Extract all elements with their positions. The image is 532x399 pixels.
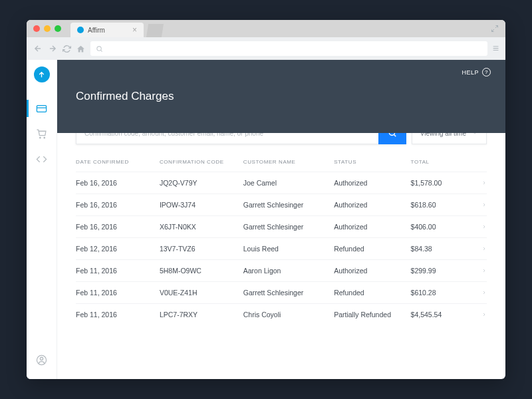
cell-name: Louis Reed xyxy=(243,245,334,253)
cell-code: IPOW-3J74 xyxy=(160,201,243,209)
sidebar-item-cart[interactable] xyxy=(27,122,57,145)
search-input[interactable] xyxy=(76,133,378,144)
chevron-right-icon xyxy=(481,224,487,229)
table-row[interactable]: Feb 16, 2016JQ2Q-V79YJoe CamelAuthorized… xyxy=(76,172,487,194)
cell-name: Chris Coyoli xyxy=(243,311,334,319)
back-icon[interactable] xyxy=(33,44,43,53)
cell-total: $610.28 xyxy=(411,289,473,297)
cart-icon xyxy=(36,128,47,140)
page-title: Confirmed Charges xyxy=(76,90,174,103)
chevron-right-icon xyxy=(481,202,487,207)
cell-date: Feb 12, 2016 xyxy=(76,245,160,253)
col-total: TOTAL xyxy=(411,159,473,165)
expand-icon[interactable] xyxy=(491,25,499,33)
tabstrip: Affirm × xyxy=(70,20,164,37)
cell-name: Garrett Schlesinger xyxy=(243,289,334,297)
cell-code: V0UE-Z41H xyxy=(160,289,243,297)
app-logo[interactable] xyxy=(34,66,50,82)
chevron-right-icon xyxy=(481,290,487,295)
credit-card-icon xyxy=(36,103,47,114)
chevron-right-icon xyxy=(481,268,487,273)
cell-total: $84.38 xyxy=(411,245,473,253)
svg-point-2 xyxy=(40,137,41,138)
cell-total: $406.00 xyxy=(411,223,473,231)
cell-total: $618.60 xyxy=(411,201,473,209)
cell-code: JQ2Q-V79Y xyxy=(160,179,243,187)
user-icon xyxy=(36,354,47,366)
cell-status: Partially Refunded xyxy=(334,311,410,319)
close-tab-icon[interactable]: × xyxy=(132,25,137,35)
table-row[interactable]: Feb 11, 20165H8M-O9WCAaron LigonAuthoriz… xyxy=(76,259,487,281)
table-row[interactable]: Feb 16, 2016X6JT-N0KXGarrett Schlesinger… xyxy=(76,215,487,237)
search-icon xyxy=(388,133,397,138)
cell-status: Authorized xyxy=(334,201,410,209)
cell-code: X6JT-N0KX xyxy=(160,223,243,231)
address-bar[interactable] xyxy=(90,41,487,56)
cell-date: Feb 11, 2016 xyxy=(76,267,160,275)
browser-window: Affirm × ≡ xyxy=(27,20,505,379)
cell-status: Authorized xyxy=(334,267,410,275)
col-date: DATE CONFIRMED xyxy=(76,159,160,165)
content: Viewing all time DATE CONFIRMED CONFIRMA… xyxy=(57,133,505,379)
table-header: DATE CONFIRMED CONFIRMATION CODE CUSTOME… xyxy=(76,159,487,172)
chevron-right-icon xyxy=(481,246,487,251)
table-row[interactable]: Feb 11, 2016LPC7-7RXYChris CoyoliPartial… xyxy=(76,303,487,325)
charges-table: DATE CONFIRMED CONFIRMATION CODE CUSTOME… xyxy=(76,159,487,325)
cell-date: Feb 11, 2016 xyxy=(76,311,160,319)
help-label: HELP xyxy=(462,69,479,76)
col-code: CONFIRMATION CODE xyxy=(160,159,243,165)
help-link[interactable]: HELP ? xyxy=(462,68,491,76)
sidebar-item-account[interactable] xyxy=(27,348,57,371)
tab-title: Affirm xyxy=(88,27,105,34)
cell-status: Authorized xyxy=(334,223,410,231)
cell-date: Feb 11, 2016 xyxy=(76,289,160,297)
svg-point-5 xyxy=(40,357,43,360)
time-filter[interactable]: Viewing all time xyxy=(412,133,487,144)
table-row[interactable]: Feb 16, 2016IPOW-3J74Garrett Schlesinger… xyxy=(76,194,487,215)
chevron-down-icon xyxy=(471,133,478,136)
cell-total: $1,578.00 xyxy=(411,179,473,187)
sidebar-item-code[interactable] xyxy=(27,148,57,170)
cell-status: Refunded xyxy=(334,245,410,253)
controls-row: Viewing all time xyxy=(76,133,487,144)
titlebar: Affirm × xyxy=(27,20,505,37)
cell-total: $4,545.54 xyxy=(411,311,473,319)
cell-name: Joe Camel xyxy=(243,179,334,187)
sidebar xyxy=(27,60,57,379)
svg-point-0 xyxy=(97,46,101,50)
search-wrap xyxy=(76,133,406,144)
cell-name: Garrett Schlesinger xyxy=(243,223,334,231)
filter-label: Viewing all time xyxy=(420,133,466,137)
close-window-icon[interactable] xyxy=(33,25,40,32)
reload-icon[interactable] xyxy=(63,45,71,53)
sidebar-item-charges[interactable] xyxy=(27,97,57,120)
search-icon xyxy=(96,45,103,53)
help-icon: ? xyxy=(482,68,491,76)
minimize-window-icon[interactable] xyxy=(44,25,51,32)
cell-name: Garrett Schlesinger xyxy=(243,201,334,209)
home-icon[interactable] xyxy=(76,45,85,53)
cell-status: Refunded xyxy=(334,289,410,297)
svg-rect-1 xyxy=(37,105,46,112)
code-icon xyxy=(36,154,47,165)
table-row[interactable]: Feb 12, 201613V7-TVZ6Louis ReedRefunded$… xyxy=(76,237,487,259)
logo-icon xyxy=(37,70,46,79)
forward-icon[interactable] xyxy=(48,44,57,53)
browser-toolbar: ≡ xyxy=(27,37,505,60)
new-tab-button[interactable] xyxy=(146,24,164,37)
menu-icon[interactable]: ≡ xyxy=(493,43,499,55)
search-button[interactable] xyxy=(378,133,406,144)
cell-date: Feb 16, 2016 xyxy=(76,201,160,209)
svg-point-3 xyxy=(44,137,45,138)
cell-code: 13V7-TVZ6 xyxy=(160,245,243,253)
cell-name: Aaron Ligon xyxy=(243,267,334,275)
page-header: Confirmed Charges HELP ? xyxy=(57,60,505,133)
cell-total: $299.99 xyxy=(411,267,473,275)
chevron-right-icon xyxy=(481,180,487,186)
favicon-icon xyxy=(77,27,84,33)
maximize-window-icon[interactable] xyxy=(55,25,61,32)
main: Confirmed Charges HELP ? Viewing all ti xyxy=(57,60,505,379)
table-row[interactable]: Feb 11, 2016V0UE-Z41HGarrett Schlesinger… xyxy=(76,281,487,303)
col-name: CUSTOMER NAME xyxy=(243,159,334,165)
browser-tab[interactable]: Affirm × xyxy=(70,23,144,37)
